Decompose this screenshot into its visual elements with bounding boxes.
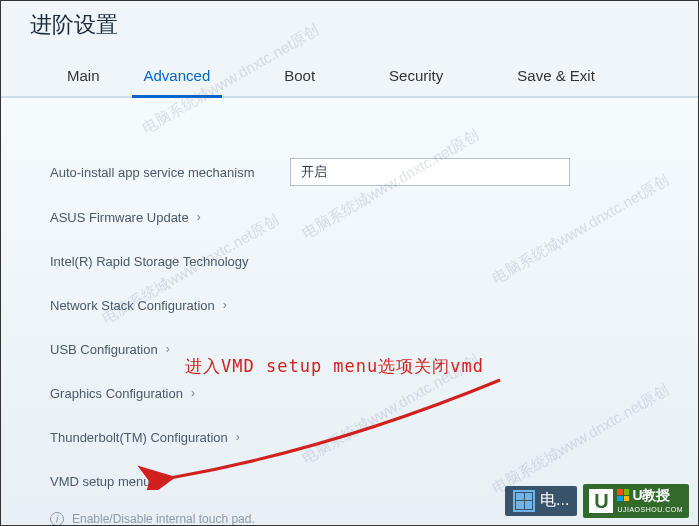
tab-boot[interactable]: Boot [262,55,337,96]
submenu-label: ASUS Firmware Update [50,210,189,225]
chevron-right-icon: › [236,430,240,444]
submenu-graphics[interactable]: Graphics Configuration › [50,386,195,401]
logo-url: UJIAOSHOU.COM [617,506,683,513]
help-text: Enable/Disable internal touch pad. [72,512,255,526]
logo-brand: U教授 [632,488,670,503]
tab-save-exit[interactable]: Save & Exit [495,55,617,96]
logo-site2: U U教授 UJIAOSHOU.COM [583,484,689,518]
chevron-right-icon: › [197,210,201,224]
windows-icon [617,489,629,501]
grid-icon [513,490,535,512]
info-icon: i [50,512,64,526]
u-icon: U [589,489,613,513]
annotation-text: 进入VMD setup menu选项关闭vmd [185,355,484,378]
label-auto-install: Auto-install app service mechanism [50,165,290,180]
chevron-right-icon: › [191,386,195,400]
submenu-label: Thunderbolt(TM) Configuration [50,430,228,445]
logo-text: 电... [540,490,569,511]
logo-site1: 电... [505,486,577,516]
tab-advanced[interactable]: Advanced [122,55,233,96]
submenu-thunderbolt[interactable]: Thunderbolt(TM) Configuration › [50,430,240,445]
content-panel: Auto-install app service mechanism 开启 AS… [0,98,699,514]
chevron-right-icon: › [166,342,170,356]
submenu-label: VMD setup menu [50,474,150,489]
submenu-usb[interactable]: USB Configuration › [50,342,170,357]
submenu-label: Network Stack Configuration [50,298,215,313]
submenu-network-stack[interactable]: Network Stack Configuration › [50,298,227,313]
chevron-right-icon: › [158,474,162,488]
submenu-asus-firmware[interactable]: ASUS Firmware Update › [50,210,201,225]
site-logos: 电... U U教授 UJIAOSHOU.COM [505,484,689,518]
tabs-bar: Main Advanced Boot Security Save & Exit [25,55,674,96]
submenu-vmd[interactable]: VMD setup menu › [50,474,162,489]
tab-security[interactable]: Security [367,55,465,96]
page-title: 进阶设置 [30,10,674,40]
submenu-label: USB Configuration [50,342,158,357]
tab-main[interactable]: Main [45,55,122,96]
select-auto-install[interactable]: 开启 [290,158,570,186]
chevron-right-icon: › [223,298,227,312]
submenu-label: Graphics Configuration [50,386,183,401]
submenu-label: Intel(R) Rapid Storage Technology [50,254,249,269]
submenu-intel-rst[interactable]: Intel(R) Rapid Storage Technology [50,254,249,269]
